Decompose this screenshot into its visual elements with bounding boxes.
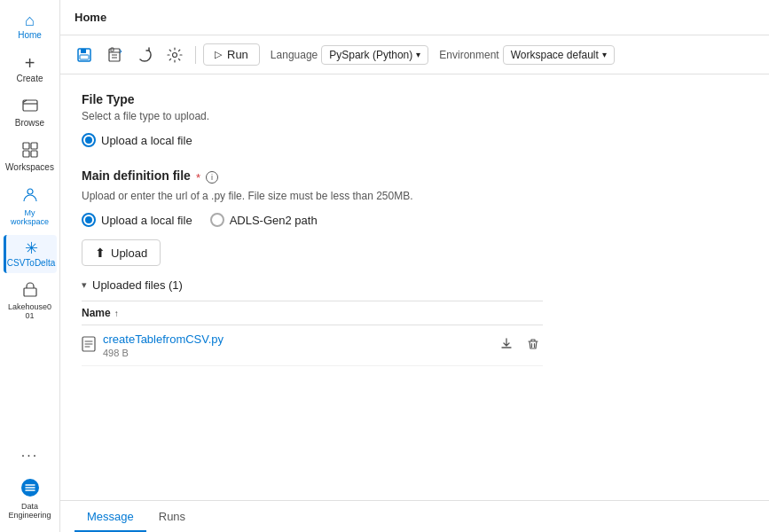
- svg-rect-6: [24, 288, 36, 296]
- svg-point-5: [27, 189, 33, 194]
- content-area: File Type Select a file type to upload. …: [60, 74, 769, 500]
- file-size: 498 B: [103, 348, 224, 358]
- svg-rect-4: [31, 151, 37, 157]
- sidebar-item-data-engineering[interactable]: Data Engineering: [4, 473, 57, 525]
- radio-local-file[interactable]: Upload a local file: [82, 133, 192, 147]
- language-group: Language PySpark (Python) ▾: [271, 45, 428, 65]
- radio-upload-local[interactable]: Upload a local file: [82, 213, 192, 227]
- required-indicator: *: [196, 171, 200, 184]
- refresh-button[interactable]: [131, 43, 158, 67]
- main-definition-section: Main definition file * i Upload or enter…: [82, 168, 748, 379]
- file-details: createTablefromCSV.py 498 B: [103, 332, 224, 358]
- environment-group: Environment Workspace default ▾: [439, 45, 615, 65]
- lakehouse-icon: [22, 282, 38, 301]
- sidebar: ⌂ Home + Create Browse Workspaces: [0, 0, 60, 532]
- chevron-icon: ▾: [82, 279, 87, 291]
- radio-adls-path[interactable]: ADLS-Gen2 path: [210, 213, 318, 227]
- uploaded-files-toggle[interactable]: ▾ Uploaded files (1): [82, 278, 748, 292]
- language-select[interactable]: PySpark (Python) ▾: [321, 45, 428, 65]
- main-def-subtitle: Upload or enter the url of a .py file. F…: [82, 190, 748, 202]
- upload-button[interactable]: ⬆ Upload: [82, 239, 161, 266]
- sidebar-item-csv-to-delta[interactable]: ✳ CSVToDelta: [4, 235, 57, 273]
- file-type-title: File Type: [82, 92, 748, 106]
- toolbar: ▷ Run Language PySpark (Python) ▾ Enviro…: [60, 35, 769, 74]
- table-row: createTablefromCSV.py 498 B: [82, 325, 543, 366]
- sidebar-item-my-workspace[interactable]: My workspace: [4, 181, 57, 231]
- upload-icon: ⬆: [95, 246, 106, 260]
- environment-select[interactable]: Workspace default ▾: [503, 45, 615, 65]
- main-def-header: Main definition file * i: [82, 168, 748, 186]
- file-type-section: File Type Select a file type to upload. …: [82, 92, 748, 165]
- tab-message[interactable]: Message: [75, 503, 146, 532]
- svg-rect-3: [23, 151, 29, 157]
- toolbar-divider: [195, 46, 196, 64]
- tab-runs[interactable]: Runs: [146, 503, 198, 532]
- page-title: Home: [71, 11, 106, 24]
- info-icon[interactable]: i: [206, 171, 218, 184]
- home-icon: ⌂: [25, 12, 35, 28]
- uploaded-files-section: ▾ Uploaded files (1) Name ↑: [82, 278, 748, 366]
- create-icon: +: [25, 54, 35, 72]
- sidebar-item-home[interactable]: ⌂ Home: [4, 7, 57, 45]
- file-type-radio-group: Upload a local file: [82, 133, 748, 147]
- files-table: Name ↑: [82, 301, 543, 366]
- sort-icon: ↑: [114, 309, 119, 318]
- file-name[interactable]: createTablefromCSV.py: [103, 332, 224, 346]
- my-workspace-icon: [21, 186, 39, 207]
- settings-button[interactable]: [161, 43, 188, 67]
- radio-circle-local: [82, 213, 96, 227]
- svg-rect-9: [81, 49, 86, 53]
- download-button[interactable]: [497, 336, 516, 355]
- svg-rect-1: [23, 143, 29, 149]
- radio-circle-adls: [210, 213, 224, 227]
- sidebar-item-more[interactable]: ···: [4, 442, 57, 469]
- run-button[interactable]: ▷ Run: [203, 43, 260, 66]
- notebook-button[interactable]: [101, 43, 128, 67]
- sidebar-item-browse[interactable]: Browse: [4, 92, 57, 133]
- csv-icon: ✳: [25, 240, 38, 256]
- file-doc-icon: [82, 336, 96, 356]
- delete-button[interactable]: [523, 336, 543, 355]
- bottom-tabs: Message Runs: [60, 500, 769, 532]
- file-actions: [497, 336, 543, 355]
- name-column-header: Name ↑: [82, 307, 543, 319]
- svg-rect-2: [31, 143, 37, 149]
- main-area: Home: [60, 0, 769, 532]
- chevron-down-icon: ▾: [416, 50, 420, 59]
- more-icon: ···: [21, 448, 38, 464]
- sidebar-item-create[interactable]: + Create: [4, 49, 57, 89]
- sidebar-item-workspaces[interactable]: Workspaces: [4, 137, 57, 177]
- data-engineering-icon: [20, 478, 40, 500]
- chevron-down-icon: ▾: [602, 50, 607, 59]
- browse-icon: [22, 98, 38, 116]
- save-button[interactable]: [71, 43, 98, 67]
- svg-rect-10: [80, 55, 89, 59]
- run-icon: ▷: [215, 49, 222, 60]
- radio-circle-selected: [82, 133, 96, 147]
- sidebar-item-lakehouse[interactable]: Lakehouse001: [4, 277, 57, 325]
- svg-rect-0: [23, 100, 37, 111]
- workspaces-icon: [22, 142, 38, 160]
- files-table-header: Name ↑: [82, 301, 543, 325]
- file-type-subtitle: Select a file type to upload.: [82, 110, 748, 122]
- topbar: Home: [60, 0, 769, 35]
- svg-point-16: [173, 52, 177, 57]
- main-def-radio-row: Upload a local file ADLS-Gen2 path: [82, 213, 748, 227]
- file-info: createTablefromCSV.py 498 B: [82, 332, 497, 358]
